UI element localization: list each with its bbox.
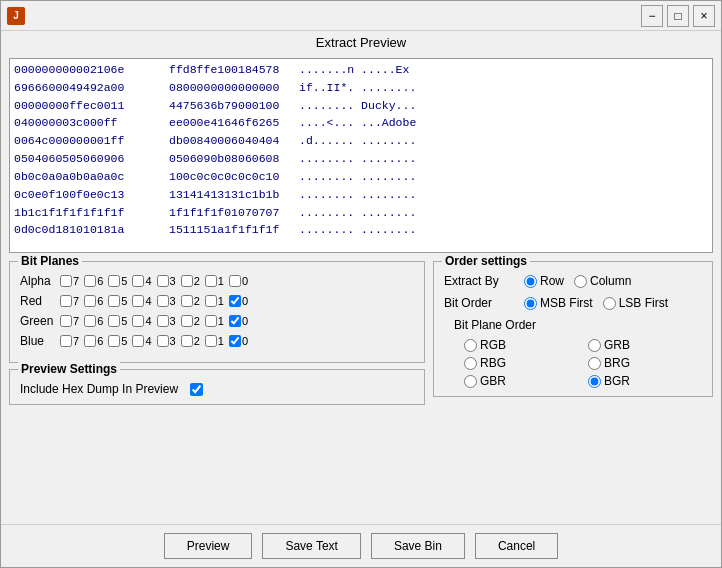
close-button[interactable]: × [693, 5, 715, 27]
bit-checkbox-green-1[interactable] [205, 315, 217, 327]
gbr-option: GBR [464, 374, 578, 388]
hex-bytes: 0800000000000000 [169, 79, 299, 97]
minimize-button[interactable]: − [641, 5, 663, 27]
bgr-label: BGR [604, 374, 630, 388]
bit-checkbox-red-0[interactable] [229, 295, 241, 307]
channels-container: Alpha76543210Red76543210Green76543210Blu… [20, 274, 414, 348]
bit-item-red-5: 5 [108, 295, 127, 307]
bit-label-green-1: 1 [218, 315, 224, 327]
hex-row: 0064c000000001ff db00840006040404 .d....… [14, 132, 708, 150]
brg-radio[interactable] [588, 357, 601, 370]
rgb-option: RGB [464, 338, 578, 352]
bit-item-alpha-0: 0 [229, 275, 248, 287]
rgb-radio[interactable] [464, 339, 477, 352]
bit-checkbox-blue-7[interactable] [60, 335, 72, 347]
bit-checkbox-green-3[interactable] [157, 315, 169, 327]
bit-checkbox-alpha-6[interactable] [84, 275, 96, 287]
channel-label: Red [20, 294, 60, 308]
hex-bytes: 0506090b08060608 [169, 150, 299, 168]
hex-addr: 00000000ffec0011 [14, 97, 169, 115]
bit-label-blue-7: 7 [73, 335, 79, 347]
bit-label-alpha-4: 4 [145, 275, 151, 287]
include-hex-checkbox[interactable] [190, 383, 203, 396]
bit-item-red-3: 3 [157, 295, 176, 307]
bit-label-blue-6: 6 [97, 335, 103, 347]
extract-by-column-option: Column [574, 274, 631, 288]
bit-checkbox-alpha-3[interactable] [157, 275, 169, 287]
bit-checkbox-blue-4[interactable] [132, 335, 144, 347]
hex-addr: 000000000002106e [14, 61, 169, 79]
include-hex-label: Include Hex Dump In Preview [20, 382, 178, 396]
extract-by-row-radio[interactable] [524, 275, 537, 288]
bit-checkbox-red-3[interactable] [157, 295, 169, 307]
bit-checkbox-alpha-0[interactable] [229, 275, 241, 287]
hex-row: 00000000ffec0011 4475636b79000100 ......… [14, 97, 708, 115]
bit-checkbox-blue-3[interactable] [157, 335, 169, 347]
save-bin-button[interactable]: Save Bin [371, 533, 465, 559]
bit-order-label: Bit Order [444, 296, 524, 310]
bit-label-red-5: 5 [121, 295, 127, 307]
rbg-radio[interactable] [464, 357, 477, 370]
bit-label-blue-0: 0 [242, 335, 248, 347]
cancel-button[interactable]: Cancel [475, 533, 558, 559]
bit-checkbox-green-5[interactable] [108, 315, 120, 327]
msb-first-radio[interactable] [524, 297, 537, 310]
hex-ascii: ........ ........ [299, 168, 416, 186]
extract-by-column-radio[interactable] [574, 275, 587, 288]
main-window: J − □ × Extract Preview 000000000002106e… [0, 0, 722, 568]
bit-checkbox-alpha-1[interactable] [205, 275, 217, 287]
bit-plane-order-section: Bit Plane Order RGB GRB RBG [444, 318, 702, 388]
bgr-radio[interactable] [588, 375, 601, 388]
bit-checkbox-red-2[interactable] [181, 295, 193, 307]
hex-view[interactable]: 000000000002106e ffd8ffe100184578 ......… [9, 58, 713, 253]
bit-item-blue-7: 7 [60, 335, 79, 347]
bit-checkbox-red-1[interactable] [205, 295, 217, 307]
bit-label-green-7: 7 [73, 315, 79, 327]
bit-checkbox-alpha-4[interactable] [132, 275, 144, 287]
gbr-radio[interactable] [464, 375, 477, 388]
bit-label-alpha-3: 3 [170, 275, 176, 287]
bit-checkbox-green-4[interactable] [132, 315, 144, 327]
bit-checkbox-red-4[interactable] [132, 295, 144, 307]
bit-checkbox-alpha-5[interactable] [108, 275, 120, 287]
bit-checkbox-blue-5[interactable] [108, 335, 120, 347]
hex-row: 0504060505060906 0506090b08060608 ......… [14, 150, 708, 168]
bit-label-alpha-0: 0 [242, 275, 248, 287]
bit-checkbox-alpha-7[interactable] [60, 275, 72, 287]
bit-checkbox-blue-1[interactable] [205, 335, 217, 347]
bit-label-red-0: 0 [242, 295, 248, 307]
preview-button[interactable]: Preview [164, 533, 253, 559]
bit-label-red-3: 3 [170, 295, 176, 307]
bit-checkbox-blue-0[interactable] [229, 335, 241, 347]
bit-item-blue-1: 1 [205, 335, 224, 347]
lsb-first-option: LSB First [603, 296, 668, 310]
bit-label-alpha-5: 5 [121, 275, 127, 287]
lsb-first-radio[interactable] [603, 297, 616, 310]
extract-by-column-label: Column [590, 274, 631, 288]
bit-checkbox-green-2[interactable] [181, 315, 193, 327]
hex-addr: 0b0c0a0a0b0a0a0c [14, 168, 169, 186]
bgr-option: BGR [588, 374, 702, 388]
bit-checkbox-red-5[interactable] [108, 295, 120, 307]
channel-row: Red76543210 [20, 294, 414, 308]
bit-label-alpha-2: 2 [194, 275, 200, 287]
title-bar-left: J [7, 7, 25, 25]
save-text-button[interactable]: Save Text [262, 533, 360, 559]
bit-item-red-2: 2 [181, 295, 200, 307]
bit-item-alpha-2: 2 [181, 275, 200, 287]
bit-checkbox-green-0[interactable] [229, 315, 241, 327]
brg-label: BRG [604, 356, 630, 370]
bit-checkbox-blue-2[interactable] [181, 335, 193, 347]
bit-label-alpha-1: 1 [218, 275, 224, 287]
gbr-label: GBR [480, 374, 506, 388]
extract-by-row-label: Row [540, 274, 564, 288]
bit-checkbox-red-7[interactable] [60, 295, 72, 307]
bit-checkbox-red-6[interactable] [84, 295, 96, 307]
maximize-button[interactable]: □ [667, 5, 689, 27]
bit-checkbox-green-7[interactable] [60, 315, 72, 327]
bit-checkbox-blue-6[interactable] [84, 335, 96, 347]
hex-addr: 0d0c0d181010181a [14, 221, 169, 239]
bit-checkbox-green-6[interactable] [84, 315, 96, 327]
bit-checkbox-alpha-2[interactable] [181, 275, 193, 287]
grb-radio[interactable] [588, 339, 601, 352]
